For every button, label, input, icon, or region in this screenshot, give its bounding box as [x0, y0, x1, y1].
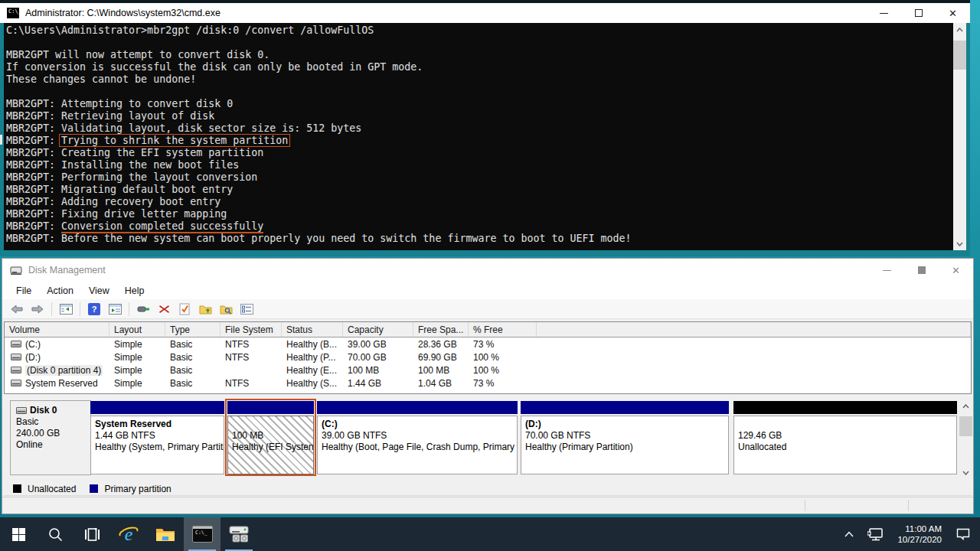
console-line: MBR2GPT: Adding recovery boot entry — [6, 196, 953, 208]
partition-system-reserved[interactable]: System Reserved1.44 GB NTFSHealthy (Syst… — [90, 401, 224, 474]
dm-minimize-button[interactable] — [870, 259, 904, 282]
scroll-up-icon[interactable] — [959, 399, 972, 412]
volume-row[interactable]: (Disk 0 partition 4)SimpleBasicHealthy (… — [5, 364, 971, 377]
menu-view[interactable]: View — [81, 282, 117, 299]
column-header[interactable]: Free Spa... — [413, 322, 469, 337]
start-button[interactable] — [0, 517, 37, 551]
graph-scrollbar[interactable] — [959, 399, 972, 479]
scroll-up-icon[interactable] — [953, 23, 966, 36]
menu-action[interactable]: Action — [39, 282, 81, 299]
console-line: MBR2GPT: Retrieving layout of disk — [6, 110, 953, 122]
maximize-icon — [915, 9, 923, 17]
partition--d-[interactable]: (D:)70.00 GB NTFSHealthy (Primary Partit… — [521, 401, 729, 474]
console-caret — [0, 135, 2, 145]
task-view-button[interactable] — [74, 517, 110, 551]
show-console-tree-button[interactable] — [59, 302, 73, 316]
cmd-window-title: Administrator: C:\Windows\system32\cmd.e… — [25, 8, 220, 18]
disk0-panel[interactable]: Disk 0 Basic 240.00 GB Online — [10, 400, 91, 475]
disk-type: Basic — [16, 416, 90, 428]
internet-explorer-button[interactable]: e — [110, 517, 147, 551]
volume-row[interactable]: (D:)SimpleBasicNTFSHealthy (P...70.00 GB… — [5, 350, 971, 364]
console-line: MBR2GPT: Fixing drive letter mapping — [6, 208, 953, 220]
disk-management-title: Disk Management — [28, 265, 106, 276]
volume-icon — [11, 380, 21, 386]
column-header[interactable]: Type — [165, 322, 220, 337]
open-folder-button[interactable] — [198, 302, 212, 316]
annotated-text: Conversion completed successfully — [61, 220, 263, 233]
column-header[interactable]: Layout — [109, 322, 165, 337]
maximize-icon — [918, 266, 926, 274]
console-line: MBR2GPT: Conversion completed successful… — [6, 220, 953, 233]
console-line — [6, 86, 953, 98]
search-button[interactable] — [37, 517, 74, 551]
close-icon: ✕ — [949, 8, 957, 18]
taskbar-disk-management-button[interactable] — [220, 517, 257, 551]
back-button[interactable] — [10, 302, 24, 316]
dm-maximize-button[interactable] — [904, 259, 939, 282]
console-line: MBR2GPT: Installing the new boot files — [6, 159, 953, 171]
help-button[interactable]: ? — [87, 302, 101, 316]
close-icon: ✕ — [952, 266, 960, 276]
properties-button[interactable] — [240, 302, 253, 316]
cmd-maximize-button[interactable] — [901, 3, 936, 23]
volume-row[interactable]: (C:)SimpleBasicNTFSHealthy (B...39.00 GB… — [5, 337, 971, 350]
column-header[interactable]: Status — [282, 322, 343, 337]
cmd-titlebar[interactable]: C:\_ Administrator: C:\Windows\system32\… — [0, 3, 970, 23]
partition-color-bar — [90, 401, 224, 414]
volume-row[interactable]: System ReservedSimpleBasicNTFSHealthy (S… — [5, 377, 971, 390]
rescan-disks-button[interactable] — [136, 302, 150, 316]
cmd-minimize-button[interactable] — [867, 3, 901, 23]
scroll-down-icon[interactable] — [953, 237, 966, 250]
column-header[interactable]: File System — [220, 322, 282, 337]
partition-info-box: 100 MBHealthy (EFI Systen — [227, 416, 314, 474]
partition-color-bar — [227, 401, 314, 414]
partition-color-bar — [733, 401, 957, 414]
partition-info-box: (D:)70.00 GB NTFSHealthy (Primary Partit… — [521, 416, 729, 474]
partition-healthy-efi-systen[interactable]: 100 MBHealthy (EFI Systen — [227, 401, 314, 474]
column-header[interactable]: Capacity — [343, 322, 413, 337]
cmd-close-button[interactable]: ✕ — [936, 3, 970, 23]
show-action-pane-button[interactable] — [108, 302, 122, 316]
taskbar-clock[interactable]: 11:00 AM 10/27/2020 — [891, 523, 948, 545]
explore-folder-button[interactable] — [219, 302, 233, 316]
file-explorer-button[interactable] — [147, 517, 184, 551]
forward-button[interactable] — [31, 302, 44, 316]
partition-color-bar — [521, 401, 729, 414]
column-header[interactable]: % Free — [469, 322, 537, 337]
disk-management-window: Disk Management ✕ File Action View Help … — [2, 258, 974, 514]
partition-info-box: (C:)39.00 GB NTFSHealthy (Boot, Page Fil… — [317, 416, 518, 474]
console-line: MBR2GPT: Creating the EFI system partiti… — [6, 147, 953, 159]
legend-label: Unallocated — [28, 484, 76, 494]
console-line: MBR2GPT: Validating layout, disk sector … — [6, 122, 953, 135]
taskbar-cmd-button[interactable]: C:\_ — [184, 517, 220, 551]
console-line: MBR2GPT: Trying to shrink the system par… — [6, 135, 953, 147]
cmd-console-output[interactable]: C:\Users\Administrator>mbr2gpt /disk:0 /… — [4, 23, 953, 250]
menu-help[interactable]: Help — [117, 282, 152, 299]
dm-menubar: File Action View Help — [2, 282, 973, 299]
partition-info-box: System Reserved1.44 GB NTFSHealthy (Syst… — [90, 416, 224, 474]
disk-management-titlebar[interactable]: Disk Management ✕ — [2, 259, 973, 282]
console-line: These changes cannot be undone! — [6, 73, 953, 86]
scroll-down-icon[interactable] — [959, 466, 972, 479]
tray-chevron-button[interactable] — [839, 517, 859, 551]
legend-swatch — [90, 484, 98, 493]
partition--c-[interactable]: (C:)39.00 GB NTFSHealthy (Boot, Page Fil… — [317, 401, 518, 474]
svg-text:?: ? — [92, 305, 97, 314]
volume-list-pane: VolumeLayoutTypeFile SystemStatusCapacit… — [4, 321, 972, 394]
cmd-scroll-thumb[interactable] — [953, 41, 966, 70]
cmd-scrollbar[interactable] — [953, 23, 966, 250]
console-line: C:\Users\Administrator>mbr2gpt /disk:0 /… — [6, 24, 953, 37]
dm-close-button[interactable]: ✕ — [939, 259, 973, 282]
delete-volume-button[interactable] — [157, 302, 171, 316]
network-tray-button[interactable] — [862, 517, 888, 551]
mark-active-button[interactable] — [178, 302, 191, 316]
action-center-button[interactable] — [951, 517, 975, 551]
menu-file[interactable]: File — [8, 282, 39, 299]
disk-status: Online — [16, 439, 90, 451]
partition-unallocated[interactable]: 129.46 GBUnallocated — [733, 401, 957, 474]
volume-icon — [11, 341, 21, 347]
graph-scroll-thumb[interactable] — [959, 416, 972, 436]
clock-date: 10/27/2020 — [897, 534, 942, 545]
column-header[interactable]: Volume — [5, 322, 109, 337]
console-line: If conversion is successful the disk can… — [6, 61, 953, 73]
